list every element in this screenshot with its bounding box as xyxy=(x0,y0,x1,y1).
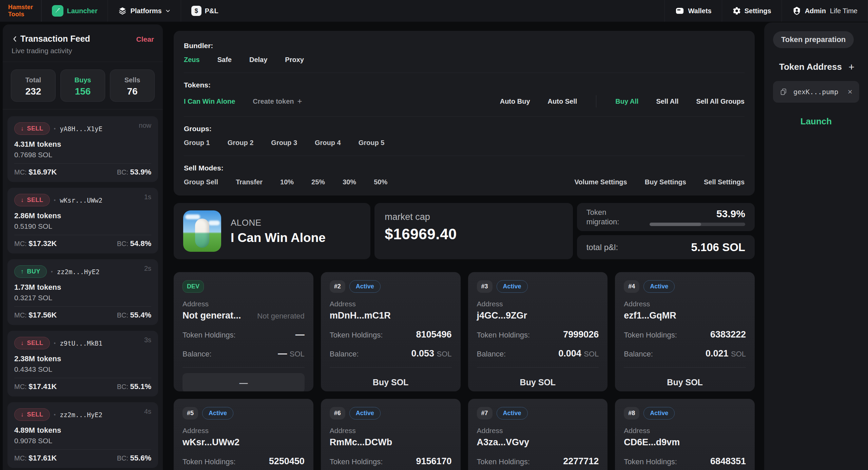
group-tab[interactable]: Group 3 xyxy=(271,139,297,147)
bc-value: 53.9% xyxy=(130,168,151,176)
wallet-address[interactable]: RmMc...DCWb xyxy=(330,437,392,448)
wallet-address[interactable]: wKsr...UWw2 xyxy=(182,437,239,448)
group-tab[interactable]: Group 1 xyxy=(184,139,210,147)
bc-value: 55.6% xyxy=(130,454,151,462)
nav-item-settings[interactable]: Settings xyxy=(722,0,782,22)
sell-mode-option[interactable]: 25% xyxy=(311,178,325,186)
nav-item-launcher[interactable]: Launcher xyxy=(41,0,108,22)
wallet-address[interactable]: mDnH...mC1R xyxy=(330,310,391,321)
nav-item-platforms[interactable]: Platforms xyxy=(108,0,180,22)
create-token-button[interactable]: Create token + xyxy=(253,97,302,106)
wallet-active-badge: Active xyxy=(643,407,675,420)
wallet-address[interactable]: Not generat... xyxy=(182,310,241,321)
sol-suffix: SOL xyxy=(290,350,305,358)
address-label: Address xyxy=(330,300,452,308)
launch-button[interactable]: Launch xyxy=(773,116,859,127)
sell-mode-option[interactable]: Transfer xyxy=(236,178,263,186)
bulk-action-button[interactable]: Sell All Groups xyxy=(696,98,745,105)
group-tab[interactable]: Group 5 xyxy=(359,139,385,147)
tx-wallet-address[interactable]: zz2m...HyE2 xyxy=(60,411,102,418)
sell-mode-option[interactable]: 10% xyxy=(280,178,294,186)
token-tab[interactable]: I Can Win Alone xyxy=(184,98,235,105)
group-tab[interactable]: Group 2 xyxy=(228,139,254,147)
balance-value: 0.021 SOL xyxy=(706,348,746,359)
nav-item-admin[interactable]: Admin Life Time xyxy=(782,0,868,22)
wallet-address[interactable]: j4GC...9ZGr xyxy=(477,310,527,321)
copy-icon[interactable] xyxy=(780,88,787,96)
buy-sol-button[interactable]: Buy SOL xyxy=(624,374,746,390)
trade-type-label: SELL xyxy=(27,340,43,347)
divider xyxy=(14,378,151,378)
wallet-number-badge: #6 xyxy=(330,407,345,420)
wallet-number-badge: #7 xyxy=(477,407,493,420)
plus-icon: + xyxy=(297,97,302,106)
nav-item-pnl[interactable]: $ P&L xyxy=(181,0,229,22)
wallet-card: #6 Active Address RmMc...DCWb Token Hold… xyxy=(321,399,461,470)
bc-label: BC: xyxy=(117,311,128,319)
collapse-chevron-left-icon[interactable] xyxy=(12,35,18,43)
tx-token-amount: 1.73M tokens xyxy=(14,283,151,292)
bulk-action-button[interactable]: Buy All xyxy=(615,98,638,105)
stat-label: Sells xyxy=(124,76,140,84)
buy-sol-button[interactable]: — xyxy=(182,373,305,391)
buy-sol-button[interactable]: Buy SOL xyxy=(477,374,599,390)
bundler-option[interactable]: Proxy xyxy=(285,56,304,64)
settings-link[interactable]: Volume Settings xyxy=(575,178,627,186)
trade-type-label: SELL xyxy=(27,125,43,132)
bundler-option[interactable]: Zeus xyxy=(184,56,200,64)
wallet-address[interactable]: ezf1...GqMR xyxy=(624,310,676,321)
tx-wallet-address[interactable]: wKsr...UWw2 xyxy=(60,197,102,204)
group-tab[interactable]: Group 4 xyxy=(315,139,341,147)
nav-item-wallets[interactable]: Wallets xyxy=(664,0,721,22)
tx-token-amount: 4.89M tokens xyxy=(14,426,151,435)
tx-wallet-address[interactable]: z9tU...MkB1 xyxy=(60,340,102,347)
bc-value: 55.4% xyxy=(130,311,151,319)
admin-plan-label: Life Time xyxy=(830,7,857,15)
tx-wallet-address[interactable]: yA8H...X1yE xyxy=(60,125,102,132)
sell-mode-option[interactable]: 50% xyxy=(374,178,387,186)
address-label: Address xyxy=(477,427,599,435)
mc-value: $17.56K xyxy=(28,311,57,319)
wallet-card: #4 Active Address ezf1...GqMR Token Hold… xyxy=(615,272,755,391)
remove-address-icon[interactable]: × xyxy=(848,87,852,97)
balance-label: Balance: xyxy=(182,350,212,359)
sol-suffix: SOL xyxy=(731,350,746,358)
tx-bonding-curve: BC: 54.8% xyxy=(117,239,151,248)
bundler-option[interactable]: Delay xyxy=(249,56,267,64)
wallet-address[interactable]: CD6E...d9vm xyxy=(624,437,680,448)
tx-market-cap: MC: $17.41K xyxy=(14,382,57,391)
clear-feed-button[interactable]: Clear xyxy=(136,35,154,43)
wallet-active-badge: Active xyxy=(497,407,528,420)
tokens-row: I Can Win Alone Create token + Auto Buy … xyxy=(184,95,745,107)
bundler-option[interactable]: Safe xyxy=(217,56,232,64)
sell-mode-option[interactable]: 30% xyxy=(343,178,356,186)
wallet-number-badge: #5 xyxy=(182,407,198,420)
transaction-feed-panel: Transaction Feed Live trading activity C… xyxy=(3,24,163,470)
divider xyxy=(14,449,151,450)
holdings-value: 7999026 xyxy=(563,329,599,340)
wallet-address[interactable]: A3za...VGvy xyxy=(477,437,529,448)
buy-sol-button[interactable]: Buy SOL xyxy=(330,374,452,390)
balance-number: 0.053 xyxy=(411,348,434,359)
trade-direction-icon: ↑ xyxy=(21,268,24,275)
token-address-chip[interactable]: gexK...pump × xyxy=(773,81,859,103)
tx-wallet-address[interactable]: zz2m...HyE2 xyxy=(57,268,100,275)
groups-label: Groups: xyxy=(184,125,745,133)
auto-action-button[interactable]: Auto Sell xyxy=(548,98,577,105)
sell-mode-option[interactable]: Group Sell xyxy=(184,178,218,186)
pill-illustration xyxy=(195,219,209,248)
divider xyxy=(14,235,151,235)
balance-number: — xyxy=(278,348,287,359)
settings-link[interactable]: Buy Settings xyxy=(645,178,686,186)
settings-link[interactable]: Sell Settings xyxy=(704,178,745,186)
add-token-address-button[interactable]: + xyxy=(848,62,854,72)
app-logo[interactable]: Hamster Tools xyxy=(0,0,41,22)
bulk-action-button[interactable]: Sell All xyxy=(656,98,678,105)
auto-action-button[interactable]: Auto Buy xyxy=(500,98,530,105)
tokens-label: Tokens: xyxy=(184,81,745,89)
tx-market-cap: MC: $16.97K xyxy=(14,168,57,177)
wallet-active-badge: Active xyxy=(349,280,381,293)
bundler-options: Zeus Safe Delay Proxy xyxy=(184,56,745,64)
holdings-value: 9156170 xyxy=(416,456,451,467)
tx-sol-amount: 0.9078 SOL xyxy=(14,437,151,445)
